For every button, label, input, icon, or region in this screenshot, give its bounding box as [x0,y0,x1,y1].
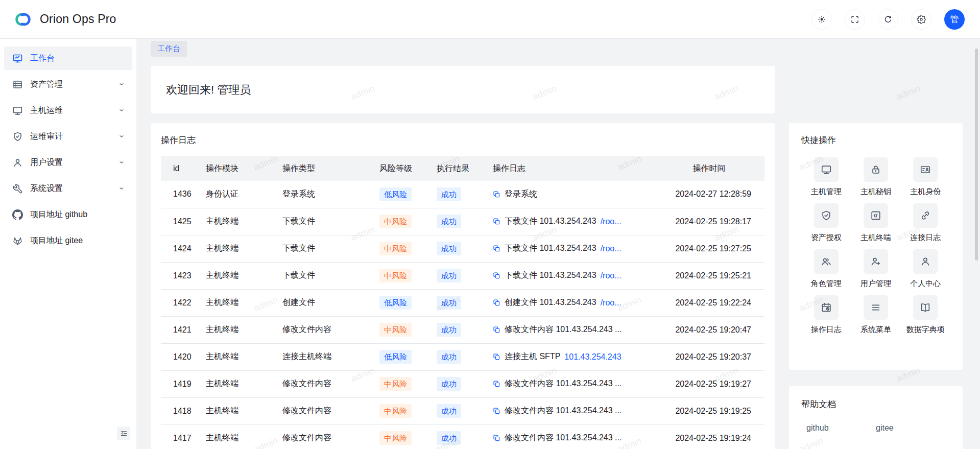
cell-id: 1422 [161,289,206,316]
quick-action-10[interactable]: 操作日志 [801,295,851,335]
sidebar-collapse-button[interactable] [117,427,130,440]
cell-risk: 低风险 [379,289,437,316]
quick-actions-card: 快捷操作 主机管理主机秘钥主机身份资产授权主机终端连接日志角色管理用户管理个人中… [789,123,963,370]
log-text: 修改文件内容 101.43.254.243 ... [505,379,622,389]
shield-check-icon [814,203,839,228]
quick-action-8[interactable]: 用户管理 [851,249,900,289]
quick-action-7[interactable]: 角色管理 [801,249,851,289]
sidebar-item-7[interactable]: 项目地址 github [4,203,132,226]
fullscreen-button[interactable] [845,9,865,30]
fullscreen-icon [850,15,859,24]
copy-icon[interactable] [493,191,500,198]
cell-id: 1436 [161,181,206,208]
log-text: 登录系统 [505,189,537,200]
chevron-down-icon [118,81,125,88]
copy-icon[interactable] [493,299,500,306]
sidebar-item-label: 用户设置 [30,157,63,168]
theme-toggle-button[interactable] [811,9,832,30]
copy-icon[interactable] [493,380,500,388]
settings-button[interactable] [911,9,931,30]
cell-time: 2024-02-25 19:20:47 [654,316,764,343]
log-link[interactable]: /roo... [601,271,622,280]
cell-risk: 中风险 [379,397,437,424]
table-row: 1420主机终端连接主机终端低风险成功连接主机 SFTP 101.43.254.… [161,343,764,370]
cell-module: 主机终端 [206,397,282,424]
copy-icon[interactable] [493,434,500,442]
sidebar-item-2[interactable]: 资产管理 [4,73,132,96]
copy-icon[interactable] [493,245,500,252]
menu-collapse-icon [120,430,128,437]
cell-risk: 低风险 [379,181,437,208]
user-icon [913,249,938,274]
risk-badge: 低风险 [379,296,412,310]
github-icon [12,209,23,220]
sidebar-item-label: 系统设置 [30,183,63,194]
id-card-icon [913,157,938,182]
quick-action-label: 系统菜单 [861,325,891,335]
chevron-down-icon [118,159,125,166]
table-row: 1436身份认证登录系统低风险成功登录系统2024-02-27 12:28:59 [161,181,764,208]
copy-icon[interactable] [493,218,500,225]
cell-log: 创建文件 101.43.254.243 /roo... [493,289,654,316]
quick-action-11[interactable]: 系统菜单 [851,295,900,335]
result-badge: 成功 [437,269,461,282]
cell-module: 主机终端 [206,370,282,397]
log-link[interactable]: /roo... [601,217,622,226]
quick-action-4[interactable]: 资产授权 [801,203,851,243]
quick-action-6[interactable]: 连接日志 [901,203,950,243]
sidebar-item-3[interactable]: 主机运维 [4,99,132,122]
quick-action-12[interactable]: 数据字典项 [901,295,950,335]
breadcrumb-item-workbench[interactable]: 工作台 [151,41,187,57]
cell-type: 下载文件 [282,235,379,262]
table-row: 1421主机终端修改文件内容中风险成功修改文件内容 101.43.254.243… [161,316,764,343]
cell-type: 修改文件内容 [282,397,379,424]
refresh-button[interactable] [878,9,898,30]
quick-action-label: 主机身份 [910,187,941,197]
copy-icon[interactable] [493,353,500,361]
cell-type: 修改文件内容 [282,424,379,449]
cell-risk: 中风险 [379,424,437,449]
sidebar-item-1[interactable]: 工作台 [4,46,132,70]
quick-action-9[interactable]: 个人中心 [901,249,950,289]
copy-icon[interactable] [493,407,500,415]
sidebar-item-4[interactable]: 运维审计 [4,125,132,148]
quick-action-label: 个人中心 [910,279,941,289]
log-link[interactable]: 101.43.254.243 [564,352,621,362]
cell-module: 身份认证 [206,181,282,208]
risk-badge: 中风险 [379,242,412,255]
refresh-icon [883,15,893,24]
table-row: 1419主机终端修改文件内容中风险成功修改文件内容 101.43.254.243… [161,370,764,397]
quick-action-2[interactable]: 主机秘钥 [851,157,900,197]
quick-action-1[interactable]: 主机管理 [801,157,851,197]
cell-risk: 低风险 [379,343,437,370]
user-avatar[interactable]: 管 [944,9,965,30]
copy-icon[interactable] [493,272,500,279]
quick-action-label: 角色管理 [811,279,842,289]
welcome-card: 欢迎回来! 管理员 [151,66,775,113]
sidebar-item-8[interactable]: 项目地址 gitee [4,229,132,252]
cell-type: 修改文件内容 [282,316,379,343]
cell-log: 修改文件内容 101.43.254.243 ... [493,397,654,424]
sidebar-item-label: 项目地址 gitee [30,235,83,246]
result-badge: 成功 [437,350,461,364]
quick-action-5[interactable]: 主机终端 [851,203,900,243]
sidebar-item-5[interactable]: 用户设置 [4,151,132,174]
quick-action-label: 资产授权 [811,233,842,243]
log-link[interactable]: /roo... [601,298,622,308]
risk-badge: 中风险 [379,269,412,282]
cell-log: 连接主机 SFTP 101.43.254.243 [493,343,654,370]
cell-risk: 中风险 [379,262,437,289]
help-link-gitee[interactable]: gitee [876,423,945,433]
quick-action-3[interactable]: 主机身份 [901,157,950,197]
page-scrollbar-thumb[interactable] [975,49,978,261]
sidebar-item-6[interactable]: 系统设置 [4,177,132,200]
gitee-icon [12,235,23,246]
chevron-down-icon [118,133,125,140]
cell-result: 成功 [437,343,493,370]
copy-icon[interactable] [493,326,500,334]
chevron-down-icon [118,185,125,192]
help-link-github[interactable]: github [806,423,876,433]
cell-time: 2024-02-25 19:28:17 [654,208,764,235]
log-link[interactable]: /roo... [601,244,622,253]
cell-id: 1421 [161,316,206,343]
